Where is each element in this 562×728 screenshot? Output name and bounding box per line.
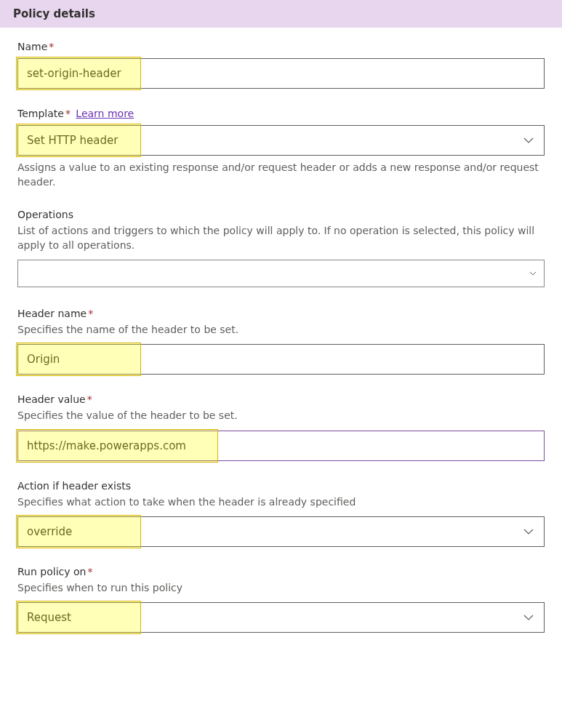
header-value-description: Specifies the value of the header to be …	[17, 408, 545, 423]
action-if-exists-label-row: Action if header exists	[17, 480, 545, 492]
run-policy-on-description: Specifies when to run this policy	[17, 580, 545, 595]
template-label-row: Template* Learn more	[17, 108, 545, 119]
header-name-input-wrap	[17, 344, 545, 375]
action-if-exists-value: override	[27, 525, 72, 538]
template-select-value: Set HTTP header	[27, 134, 118, 147]
name-input-wrap	[17, 58, 545, 89]
template-learn-more-link[interactable]: Learn more	[76, 108, 134, 119]
field-header-name: Header name* Specifies the name of the h…	[17, 308, 545, 375]
operations-label: Operations	[17, 209, 73, 220]
section-title: Policy details	[13, 7, 95, 20]
required-asterisk: *	[88, 308, 93, 319]
operations-label-row: Operations	[17, 209, 545, 220]
name-label-row: Name*	[17, 41, 545, 52]
required-asterisk: *	[87, 566, 92, 577]
run-policy-on-value: Request	[27, 611, 71, 624]
field-template: Template* Learn more Set HTTP header Ass…	[17, 108, 545, 190]
name-input[interactable]	[17, 58, 545, 89]
action-if-exists-select-wrap: override	[17, 516, 545, 547]
form-body: Name* Template* Learn more Set HTTP head…	[0, 28, 562, 655]
action-if-exists-description: Specifies what action to take when the h…	[17, 495, 545, 509]
header-value-input[interactable]	[17, 431, 545, 461]
field-header-value: Header value* Specifies the value of the…	[17, 393, 545, 460]
header-value-label-row: Header value*	[17, 393, 545, 405]
field-operations: Operations List of actions and triggers …	[17, 209, 545, 289]
header-value-label: Header value	[17, 393, 86, 405]
operations-select-wrap	[17, 260, 545, 289]
header-name-label-row: Header name*	[17, 308, 545, 319]
run-policy-on-label: Run policy on	[17, 566, 86, 577]
template-description: Assigns a value to an existing response …	[17, 160, 545, 190]
header-name-input[interactable]	[17, 344, 545, 375]
template-select[interactable]: Set HTTP header	[17, 125, 545, 156]
run-policy-on-label-row: Run policy on*	[17, 566, 545, 577]
run-policy-on-select-wrap: Request	[17, 602, 545, 633]
required-asterisk: *	[49, 41, 54, 52]
required-asterisk: *	[87, 393, 92, 405]
template-label: Template	[17, 108, 64, 119]
field-name: Name*	[17, 41, 545, 89]
field-run-policy-on: Run policy on* Specifies when to run thi…	[17, 566, 545, 633]
required-asterisk: *	[65, 108, 71, 119]
operations-description: List of actions and triggers to which th…	[17, 223, 545, 253]
header-value-input-wrap	[17, 431, 545, 461]
header-name-description: Specifies the name of the header to be s…	[17, 322, 545, 337]
name-label: Name	[17, 41, 47, 52]
run-policy-on-select[interactable]: Request	[17, 602, 545, 633]
action-if-exists-select[interactable]: override	[17, 516, 545, 547]
section-header: Policy details	[0, 0, 562, 28]
header-name-label: Header name	[17, 308, 87, 319]
field-action-if-exists: Action if header exists Specifies what a…	[17, 480, 545, 547]
action-if-exists-label: Action if header exists	[17, 480, 131, 492]
template-select-wrap: Set HTTP header	[17, 125, 545, 156]
operations-select[interactable]	[17, 260, 545, 287]
